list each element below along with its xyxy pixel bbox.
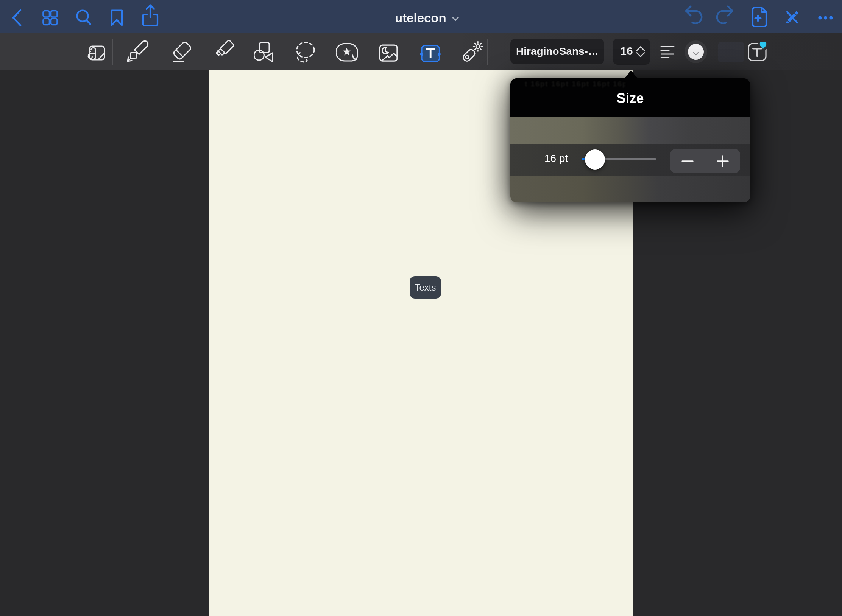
highlighter-tool-button[interactable] xyxy=(212,33,234,70)
elements-tool-button[interactable] xyxy=(336,33,358,70)
stop-pen-button[interactable] xyxy=(781,0,802,33)
writing-mode-button[interactable] xyxy=(86,33,108,70)
text-color-circle-icon xyxy=(685,33,707,70)
popover-header: t 16pt 16pt 16pt 16pt 16pt 16 Size xyxy=(510,78,750,117)
back-chevron-icon xyxy=(6,0,27,33)
popover-arrow xyxy=(620,70,642,79)
pen-tool-button[interactable] xyxy=(126,33,149,70)
undo-button[interactable] xyxy=(682,0,703,33)
size-increase-button[interactable] xyxy=(705,149,740,173)
add-page-icon xyxy=(749,0,770,33)
text-object[interactable]: Texts xyxy=(410,276,441,299)
bookmark-icon xyxy=(106,0,127,33)
more-button[interactable] xyxy=(815,0,836,33)
text-tool-button[interactable] xyxy=(419,33,441,70)
page-thumbnails-icon xyxy=(39,0,61,33)
font-size-value: 16 xyxy=(620,45,633,58)
laser-tool-button[interactable] xyxy=(462,33,483,70)
eraser-tool-icon xyxy=(171,33,192,70)
undo-icon xyxy=(682,0,703,33)
popover-title: Size xyxy=(510,78,750,118)
laser-tool-icon xyxy=(462,33,483,70)
font-family-button[interactable]: HiraginoSans-… xyxy=(510,39,604,64)
toolbar-separator xyxy=(112,39,113,65)
goodnotes-app: utelecon xyxy=(0,0,842,616)
writing-mode-icon xyxy=(86,33,108,70)
lasso-tool-icon xyxy=(295,33,317,70)
text-align-button[interactable] xyxy=(657,33,678,70)
elements-tool-icon xyxy=(336,33,358,70)
add-page-button[interactable] xyxy=(749,0,770,33)
shapes-tool-icon xyxy=(254,33,275,70)
document-title[interactable]: utelecon xyxy=(395,0,462,35)
text-color-button[interactable] xyxy=(685,33,707,70)
back-button[interactable] xyxy=(6,0,27,33)
size-stepper-chevrons-icon xyxy=(635,39,647,65)
redo-button[interactable] xyxy=(715,0,736,33)
search-button[interactable] xyxy=(73,0,94,33)
search-icon xyxy=(73,0,94,33)
page-thumbnails-button[interactable] xyxy=(39,0,61,33)
text-tool-icon xyxy=(419,33,441,70)
pencil-cross-icon xyxy=(781,0,802,33)
favourite-text-style-icon xyxy=(747,33,769,70)
pressed-highlight xyxy=(718,42,744,62)
image-tool-button[interactable] xyxy=(376,33,398,70)
size-value-label: 16 pt xyxy=(544,143,568,174)
title-disclosure-chevron-icon xyxy=(449,2,462,35)
share-button[interactable] xyxy=(139,0,162,33)
shapes-tool-button[interactable] xyxy=(254,33,275,70)
redo-icon xyxy=(715,0,736,33)
canvas-left-background xyxy=(0,70,209,616)
eraser-tool-button[interactable] xyxy=(171,33,192,70)
document-title-label: utelecon xyxy=(395,11,446,25)
popover-blurred-row-bottom xyxy=(510,176,750,202)
pen-tool-icon xyxy=(126,33,149,70)
minus-icon xyxy=(680,154,695,169)
popover-blurred-row-top xyxy=(510,117,750,144)
share-icon xyxy=(139,0,162,33)
font-size-button[interactable]: 16 xyxy=(613,39,650,65)
size-popover: t 16pt 16pt 16pt 16pt 16pt 16 Size 16 pt xyxy=(510,78,750,202)
ellipsis-icon xyxy=(815,0,836,33)
image-tool-icon xyxy=(376,33,398,70)
highlighter-tool-icon xyxy=(212,33,234,70)
lasso-tool-button[interactable] xyxy=(295,33,317,70)
size-slider-knob[interactable] xyxy=(585,149,605,170)
size-decrease-button[interactable] xyxy=(670,149,705,173)
favourite-text-style-button[interactable] xyxy=(747,33,769,70)
font-family-label: HiraginoSans-… xyxy=(516,45,599,58)
bookmark-button[interactable] xyxy=(106,0,127,33)
text-object-label: Texts xyxy=(415,282,436,293)
toolbar-separator xyxy=(487,39,488,65)
plus-icon xyxy=(715,154,730,169)
align-left-icon xyxy=(657,33,678,70)
